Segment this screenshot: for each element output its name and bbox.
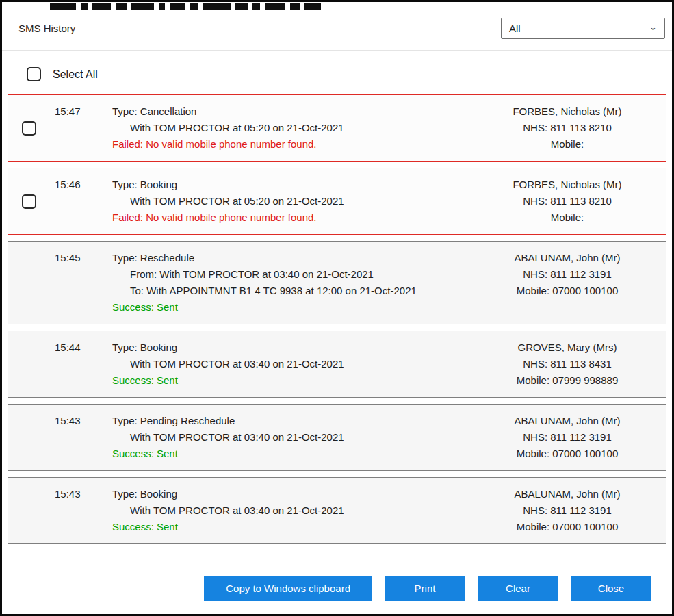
- message-checkbox[interactable]: [22, 194, 36, 209]
- message-type: Type: Reschedule: [112, 250, 474, 266]
- patient-name: FORBES, Nicholas (Mr): [474, 177, 660, 193]
- message-type: Type: Booking: [112, 486, 474, 502]
- message-status: Failed: No valid mobile phone number fou…: [112, 209, 474, 226]
- text-fragment: [235, 3, 248, 10]
- message-checkbox[interactable]: [22, 121, 36, 136]
- close-button[interactable]: Close: [571, 576, 651, 601]
- message-detail: With TOM PROCTOR at 03:40 on 21-Oct-2021: [112, 502, 474, 519]
- patient-nhs: NHS: 811 113 8431: [474, 356, 660, 372]
- patient-mobile: Mobile: 07000 100100: [474, 519, 660, 535]
- text-fragment: [81, 3, 88, 10]
- patient-nhs: NHS: 811 113 8210: [474, 120, 660, 136]
- patient-name: ABALUNAM, John (Mr): [474, 250, 660, 266]
- sms-entry[interactable]: 15:43 Type: Booking With TOM PROCTOR at …: [8, 477, 666, 544]
- page-title: SMS History: [18, 23, 75, 34]
- patient-nhs: NHS: 811 112 3191: [474, 429, 660, 446]
- message-detail: With TOM PROCTOR at 03:40 on 21-Oct-2021: [112, 356, 474, 372]
- patient-name: ABALUNAM, John (Mr): [474, 413, 660, 429]
- text-fragment: [190, 3, 198, 10]
- select-all-label: Select All: [53, 68, 98, 81]
- sms-entry[interactable]: 15:45 Type: Reschedule From: With TOM PR…: [8, 241, 666, 324]
- message-time: 15:46: [55, 177, 112, 193]
- sms-list: 15:47 Type: Cancellation With TOM PROCTO…: [2, 94, 672, 544]
- message-detail: To: With APPOINTMNT B1 4 TC 9938 at 12:0…: [112, 283, 474, 299]
- patient-mobile: Mobile: 07000 100100: [474, 283, 660, 299]
- patient-name: GROVES, Mary (Mrs): [474, 339, 660, 356]
- message-status: Success: Sent: [112, 446, 474, 462]
- sms-entry-failed[interactable]: 15:47 Type: Cancellation With TOM PROCTO…: [8, 94, 666, 162]
- text-fragment: [92, 3, 111, 10]
- message-type: Type: Pending Reschedule: [112, 413, 474, 429]
- message-detail: From: With TOM PROCTOR at 03:40 on 21-Oc…: [112, 266, 474, 283]
- message-time: 15:45: [55, 250, 112, 266]
- message-type: Type: Booking: [112, 339, 474, 356]
- text-fragment: [116, 3, 127, 10]
- message-status: Success: Sent: [112, 299, 474, 316]
- message-status: Success: Sent: [112, 372, 474, 389]
- message-type: Type: Cancellation: [112, 103, 474, 120]
- text-fragment: [131, 3, 154, 10]
- patient-nhs: NHS: 811 112 3191: [474, 502, 660, 519]
- text-fragment: [170, 3, 185, 10]
- cropped-title-text-artifact: [50, 3, 672, 12]
- message-time: 15:43: [55, 486, 112, 502]
- sms-history-dialog: SMS History All ⌄ Select All 15:47 Type:…: [0, 0, 674, 616]
- message-detail: With TOM PROCTOR at 03:40 on 21-Oct-2021: [112, 429, 474, 446]
- sms-entry[interactable]: 15:43 Type: Pending Reschedule With TOM …: [8, 404, 666, 471]
- copy-to-clipboard-button[interactable]: Copy to Windows clipboard: [204, 576, 372, 601]
- clear-button[interactable]: Clear: [478, 576, 558, 601]
- sms-entry-failed[interactable]: 15:46 Type: Booking With TOM PROCTOR at …: [8, 168, 666, 235]
- chevron-down-icon: ⌄: [649, 23, 657, 31]
- text-fragment: [50, 3, 76, 10]
- patient-mobile: Mobile:: [474, 136, 660, 153]
- patient-nhs: NHS: 811 113 8210: [474, 193, 660, 209]
- message-detail: With TOM PROCTOR at 05:20 on 21-Oct-2021: [112, 193, 474, 209]
- text-fragment: [252, 3, 260, 10]
- message-status: Success: Sent: [112, 519, 474, 535]
- print-button[interactable]: Print: [385, 576, 465, 601]
- message-time: 15:47: [55, 103, 112, 120]
- text-fragment: [265, 3, 285, 10]
- text-fragment: [159, 3, 165, 10]
- patient-mobile: Mobile: 07999 998889: [474, 372, 660, 389]
- sms-entry[interactable]: 15:44 Type: Booking With TOM PROCTOR at …: [8, 331, 666, 398]
- filter-dropdown[interactable]: All ⌄: [501, 18, 665, 39]
- message-time: 15:44: [55, 339, 112, 356]
- text-fragment: [304, 3, 321, 10]
- message-type: Type: Booking: [112, 177, 474, 193]
- text-fragment: [203, 3, 231, 10]
- message-detail: With TOM PROCTOR at 05:20 on 21-Oct-2021: [112, 120, 474, 136]
- patient-nhs: NHS: 811 112 3191: [474, 266, 660, 283]
- patient-mobile: Mobile: 07000 100100: [474, 446, 660, 462]
- dialog-footer: Copy to Windows clipboard Print Clear Cl…: [2, 576, 672, 614]
- select-all-row: Select All: [2, 51, 672, 94]
- select-all-checkbox[interactable]: [27, 67, 41, 81]
- patient-name: ABALUNAM, John (Mr): [474, 486, 660, 502]
- filter-dropdown-value: All: [509, 23, 521, 34]
- patient-name: FORBES, Nicholas (Mr): [474, 103, 660, 120]
- dialog-header: SMS History All ⌄: [2, 12, 672, 50]
- message-time: 15:43: [55, 413, 112, 429]
- patient-mobile: Mobile:: [474, 209, 660, 226]
- message-status: Failed: No valid mobile phone number fou…: [112, 136, 474, 153]
- text-fragment: [290, 3, 300, 10]
